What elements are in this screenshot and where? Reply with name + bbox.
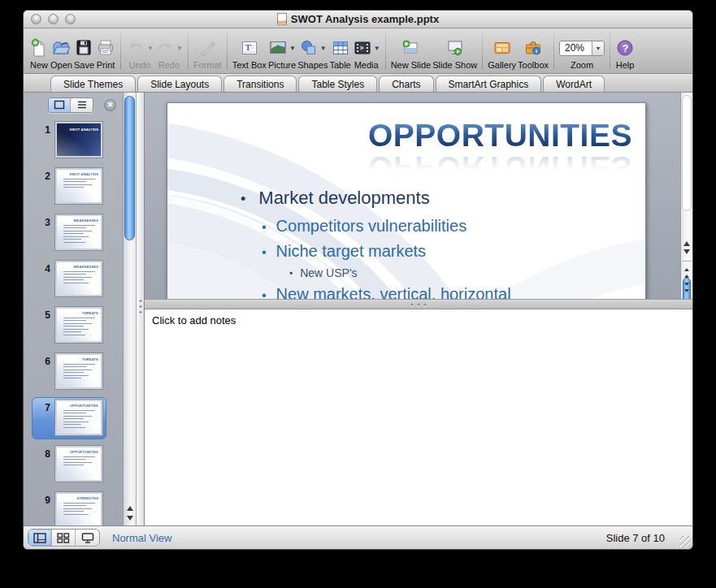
toolbar-button-label: Save [74, 60, 94, 71]
thumbnail-text-line [63, 364, 95, 365]
thumbnail-text-line [63, 366, 86, 367]
slide-thumbnail-4[interactable]: 4WEAKNESSES [32, 258, 106, 300]
toolbar-button-text-box[interactable]: TText Box [232, 36, 267, 71]
slide-thumbnail-image: WEAKNESSES [55, 214, 102, 250]
toolbar-button-print[interactable]: Print [96, 36, 115, 71]
tab-transitions[interactable]: Transitions [223, 76, 297, 92]
toolbar-button-media[interactable]: ▼Media [353, 36, 380, 71]
previous-slide-button[interactable] [684, 265, 689, 279]
scroll-up-icon[interactable] [683, 238, 690, 246]
thumbnail-text-line [63, 283, 89, 283]
thumbnail-slide-title: WEAKNESSES [57, 216, 101, 223]
toolbar-button-redo: ▼Redo [155, 36, 183, 71]
toolbar-button-zoom[interactable]: 20%▼Zoom [559, 36, 605, 71]
dropdown-arrow-icon[interactable]: ▼ [147, 45, 154, 52]
toolbar-button-help[interactable]: ?Help [615, 36, 635, 71]
slide-number: 1 [34, 124, 50, 136]
zoom-window-button[interactable] [65, 14, 76, 24]
window-resize-grip[interactable] [679, 536, 691, 547]
notes-pane[interactable]: Click to add notes [145, 309, 692, 525]
sidebar-view-switch [48, 97, 93, 113]
slide-thumbnail-2[interactable]: 2SWOT ANALYSIS [32, 166, 106, 208]
dropdown-arrow-icon[interactable]: ▼ [320, 45, 327, 52]
zoom-combobox[interactable]: 20%▼ [559, 36, 605, 60]
slides-view-toggle[interactable] [49, 98, 71, 112]
close-window-button[interactable] [31, 14, 41, 24]
slide-thumbnail-6[interactable]: 6THREATS [32, 351, 106, 393]
tab-slide-themes[interactable]: Slide Themes [50, 76, 136, 92]
slide-sorter-view-button[interactable] [52, 530, 76, 546]
close-sidebar-button[interactable]: ✕ [104, 99, 116, 111]
slide-thumbnail-3[interactable]: 3WEAKNESSES [32, 212, 106, 254]
slide-thumbnail-5[interactable]: 5THREATS [32, 305, 106, 347]
tab-charts[interactable]: Charts [379, 76, 433, 92]
bullet-text: New USP's [300, 266, 357, 280]
slide-thumbnail-1[interactable]: 1SWOT ANALYSIS [32, 119, 106, 162]
elements-gallery-tabs: Slide ThemesSlide LayoutsTransitionsTabl… [24, 74, 692, 93]
toolbar-button-table[interactable]: Table [329, 36, 350, 71]
new-document-icon [29, 36, 49, 60]
sidebar-scrollbar[interactable] [123, 93, 136, 525]
thumbnail-text-line [63, 184, 92, 185]
pane-splitter[interactable] [136, 93, 145, 525]
dropdown-arrow-icon[interactable]: ▼ [592, 41, 604, 55]
dropdown-arrow-icon[interactable]: ▼ [176, 45, 183, 52]
window-controls [31, 14, 76, 24]
toolbar-button-label: Zoom [571, 60, 593, 71]
slide-scrollbar[interactable] [680, 93, 692, 299]
scroll-down-icon[interactable] [683, 249, 690, 257]
thumbnail-text-line [63, 323, 92, 324]
toolbar-button-open[interactable]: Open [50, 36, 72, 71]
tab-slide-layouts[interactable]: Slide Layouts [137, 76, 222, 92]
slide[interactable]: OPPORTUNITIES OPPORTUNITIES •Market deve… [167, 102, 646, 299]
slide-body-placeholder[interactable]: •Market developments•Competitors vulnera… [167, 188, 640, 299]
scroll-down-icon[interactable] [127, 516, 133, 524]
thumbnail-text-line [63, 418, 84, 419]
tab-smartart-graphics[interactable]: SmartArt Graphics [436, 76, 542, 92]
toolbar-button-label: Table [329, 60, 350, 71]
editor-column: OPPORTUNITIES OPPORTUNITIES •Market deve… [145, 93, 692, 525]
slide-title-placeholder[interactable]: OPPORTUNITIES OPPORTUNITIES [368, 119, 632, 184]
slide-bullet-level-2: •New markets, vertical, horizontal [262, 284, 640, 299]
toolbar-button-slide-show[interactable]: Slide Show [432, 36, 477, 71]
toolbar-button-shapes[interactable]: ▼Shapes [297, 36, 328, 71]
slide-thumbnail-7-selected[interactable]: 7OPPORTUNITIES [32, 397, 106, 439]
thumbnail-text-line [63, 331, 81, 332]
dropdown-arrow-icon[interactable]: ▼ [374, 45, 380, 52]
slide-show-view-button[interactable] [76, 530, 99, 546]
outline-view-toggle[interactable] [71, 98, 93, 112]
thumbnail-slide-title: STRENGTHS [57, 494, 101, 500]
slide-thumbnail-9[interactable]: 9STRENGTHS [32, 490, 106, 525]
tab-wordart[interactable]: WordArt [543, 76, 605, 92]
sidebar-scrollbar-thumb[interactable] [124, 96, 135, 240]
toolbar-button-format: Format [193, 36, 222, 71]
thumbnail-text-line [63, 505, 86, 506]
normal-view-button[interactable] [28, 530, 52, 546]
toolbar-button-new[interactable]: New [29, 36, 49, 71]
toolbar-separator [482, 32, 483, 69]
tab-table-styles[interactable]: Table Styles [298, 76, 377, 92]
toolbar-button-save[interactable]: Save [74, 36, 94, 71]
notes-splitter[interactable] [145, 299, 692, 309]
toolbar-button-toolbox[interactable]: iToolbox [518, 36, 549, 71]
slide-thumbnail-8[interactable]: 8OPPORTUNITIES [32, 443, 106, 486]
scroll-up-icon[interactable] [127, 503, 133, 511]
toolbar-button-picture[interactable]: ▼Picture [268, 36, 296, 71]
thumbnail-text-line [63, 375, 89, 376]
slide-thumbnail-row-5: 5THREATS [32, 305, 123, 351]
scrollbar-track[interactable] [682, 95, 692, 211]
minimize-window-button[interactable] [48, 14, 59, 24]
dropdown-arrow-icon[interactable]: ▼ [289, 45, 296, 52]
picture-icon: ▼ [268, 36, 296, 60]
toolbar-separator [120, 32, 121, 69]
thumbnail-text-line [63, 465, 84, 465]
thumbnail-text-line [63, 242, 85, 243]
slide-number: 9 [34, 495, 50, 506]
toolbar-button-new-slide[interactable]: New Slide [391, 36, 432, 71]
bullet-text: Niche target markets [276, 241, 427, 261]
toolbar-button-gallery[interactable]: Gallery [488, 36, 516, 71]
next-slide-button[interactable] [684, 282, 689, 296]
thumbnail-text-line [63, 227, 86, 228]
undo-icon: ▼ [126, 36, 154, 60]
toolbar-button-label: Picture [268, 60, 296, 71]
